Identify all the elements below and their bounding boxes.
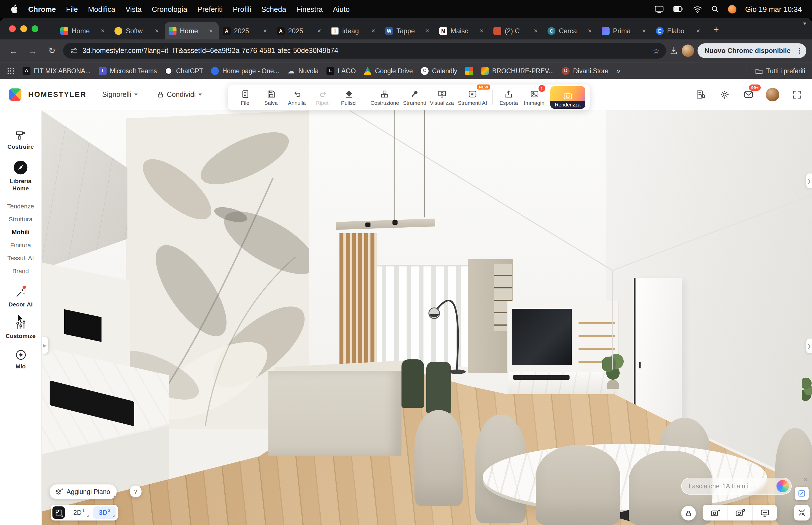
tab-close-icon[interactable] [532,27,540,35]
sidebar-link-mobili[interactable]: Mobili [12,228,30,235]
ai-sphere-icon[interactable] [777,480,789,492]
homestyler-logo[interactable] [9,88,21,101]
browser-tab[interactable]: A2025 [273,22,327,40]
menubar-item-scheda[interactable]: Scheda [261,5,286,13]
settings-gear-icon[interactable] [719,88,731,101]
sidebar-link-brand[interactable]: Brand [12,267,29,274]
spotlight-search-icon[interactable] [711,5,719,13]
forward-button[interactable] [25,43,41,59]
scene-search-icon[interactable] [695,88,707,101]
sidebar-link-struttura[interactable]: Struttura [9,215,32,222]
browser-tab[interactable]: Home [56,22,111,40]
save-button[interactable]: Salva [258,86,284,109]
render-button[interactable]: Renderizza [550,86,585,109]
help-button[interactable]: ? [130,485,142,497]
ai-assistant-input[interactable] [688,483,773,490]
apple-menu-icon[interactable] [10,4,18,14]
tab-close-icon[interactable] [478,27,485,35]
address-bar[interactable]: 3d.homestyler.com/?lang=it_IT&assetId=6e… [63,43,666,59]
battery-icon[interactable] [672,6,684,12]
bookmark-item[interactable]: ☁Nuvola [287,67,319,75]
bookmark-item[interactable]: BROCHURE-PREV... [481,67,554,75]
bookmark-item[interactable]: ChatGPT [165,67,203,75]
notes-button[interactable] [795,487,809,500]
bookmarks-overflow-chevron[interactable]: » [616,66,620,75]
bookmark-item[interactable]: DDivani.Store [562,67,608,75]
browser-tab[interactable]: (2) C [490,22,543,40]
menubar-item-preferiti[interactable]: Preferiti [197,5,223,13]
browser-tab[interactable]: Prima [598,22,652,40]
camera-lock-button[interactable] [681,506,696,521]
sidebar-item-mine[interactable]: Mio [15,349,26,370]
camera-settings-button[interactable] [727,505,752,521]
construction-button[interactable]: Costruzione [369,86,401,109]
tab-close-icon[interactable] [99,27,106,35]
add-camera-button[interactable] [702,505,727,521]
account-icon[interactable] [728,5,736,13]
ai-close-icon[interactable] [802,476,810,483]
tab-close-icon[interactable] [153,27,161,35]
all-bookmarks-button[interactable]: Tutti i preferiti [755,67,805,74]
browser-menu-icon[interactable] [795,47,804,55]
browser-tab[interactable]: Softw [111,22,165,40]
bookmark-item[interactable]: AFIT MIX ABBONA... [23,67,91,75]
bookmark-item[interactable]: CCalendly [421,67,457,75]
bookmark-star-icon[interactable] [653,46,659,55]
chrome-update-button[interactable]: Nuovo Chrome disponibile [698,43,806,58]
images-button[interactable]: 1 Immagini [522,86,547,109]
add-floor-button[interactable]: Aggiungi Piano [49,484,117,499]
wifi-icon[interactable] [693,5,702,13]
bookmark-item[interactable]: Google Drive [364,67,413,75]
tab-close-icon[interactable] [369,27,377,35]
collapse-controls-button[interactable] [794,505,810,521]
bookmark-item[interactable]: TMicrosoft Teams [99,67,157,75]
ai-tools-button[interactable]: NEW AI Strumenti AI [456,86,489,109]
browser-tab[interactable]: CCerca [543,22,598,40]
site-settings-icon[interactable] [70,47,78,55]
tab-close-icon[interactable] [261,27,269,35]
redo-button[interactable]: Ripeti [310,86,335,109]
share-button[interactable]: Condividi [157,90,202,98]
sidebar-link-tessuti-ai[interactable]: Tessuti AI [7,254,34,261]
sidebar-item-decor-ai[interactable]: Decor AI [9,287,33,308]
tab-close-icon[interactable] [640,27,648,35]
tab-close-icon[interactable] [694,27,702,35]
ai-assistant-bar[interactable] [681,478,792,495]
browser-tab[interactable]: MMaisc [435,22,490,40]
sidebar-expand-button[interactable] [42,337,48,354]
back-button[interactable] [6,43,21,59]
export-button[interactable]: Esporta [496,86,521,109]
browser-tab[interactable]: EElabo [652,22,706,40]
menubar-item-cronologia[interactable]: Cronologia [152,5,187,13]
view-3d-button[interactable]: 3D3 [93,506,116,519]
project-menu[interactable]: Signorelli [102,90,137,98]
user-avatar[interactable] [766,88,779,101]
menubar-clock[interactable]: Gio 19 mar 10:34 [745,5,802,13]
browser-tab-active[interactable]: Home [165,22,219,40]
file-button[interactable]: File [232,86,258,109]
view-2d-button[interactable]: 2D1 [68,506,90,519]
plan-view-button[interactable] [53,506,65,519]
browser-tab[interactable]: WTappe [381,22,435,40]
window-minimize-button[interactable] [20,25,27,32]
sidebar-item-build[interactable]: Costruire [7,130,33,150]
menubar-item-modifica[interactable]: Modifica [88,5,115,13]
sidebar-link-finitura[interactable]: Finitura [10,241,31,248]
window-zoom-button[interactable] [32,25,38,32]
tab-close-icon[interactable] [586,27,594,35]
3d-viewport[interactable]: Aggiungi Piano ? 2D1 3D3 [42,110,812,525]
new-tab-button[interactable] [708,22,724,38]
menubar-item-profili[interactable]: Profili [233,5,251,13]
reload-button[interactable] [44,43,60,59]
tools-button[interactable]: Strumenti [401,86,427,109]
menubar-item-aiuto[interactable]: Aiuto [333,5,350,13]
browser-tab[interactable]: Iideag [327,22,381,40]
downloads-icon[interactable] [670,46,679,55]
sidebar-item-library[interactable]: Libreria Home [10,160,31,192]
orbit-view-button[interactable] [752,505,777,521]
sidebar-link-tendenze[interactable]: Tendenze [7,202,34,209]
menubar-item-vista[interactable]: Vista [126,5,142,13]
menubar-app-name[interactable]: Chrome [28,5,56,13]
menubar-item-finestra[interactable]: Finestra [296,5,323,13]
right-panel-toggle[interactable] [806,339,812,353]
